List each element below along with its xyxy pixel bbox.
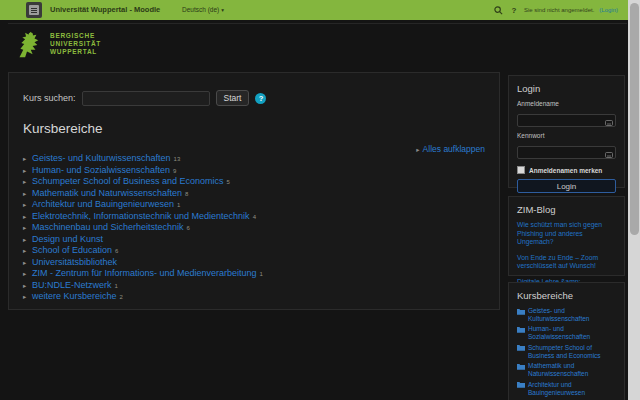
category-count: 5 (227, 179, 230, 185)
category-link[interactable]: Schumpeter School of Business and Econom… (32, 176, 224, 186)
autofill-keyboard-icon (605, 112, 613, 130)
toggle-arrow-icon[interactable]: ▸ (23, 293, 32, 301)
page-scrollbar[interactable] (628, 0, 640, 400)
login-button[interactable]: Login (517, 179, 616, 193)
category-link[interactable]: Geistes- und Kulturwissenschaften (32, 153, 171, 163)
scrollbar-thumb[interactable] (630, 3, 639, 235)
category-count: 1 (115, 283, 118, 289)
university-name: BERGISCHE UNIVERSITÄT WUPPERTAL (50, 32, 101, 56)
search-help-icon[interactable]: ? (255, 93, 266, 104)
toggle-arrow-icon[interactable]: ▸ (23, 270, 32, 278)
folder-icon (517, 308, 525, 315)
hamburger-menu-button[interactable] (26, 2, 42, 18)
category-count: 1 (260, 271, 263, 277)
sidebar-category-link[interactable]: Geistes- und Kulturwissenschaften (528, 307, 616, 323)
category-link[interactable]: Architektur und Bauingenieurwesen (32, 199, 174, 209)
sidebar-category-item[interactable]: Human- und Sozialwissenschaften (517, 325, 616, 341)
category-link[interactable]: Maschinenbau und Sicherheitstechnik (32, 222, 184, 232)
sidebar-category-item[interactable]: Mathematik und Naturwissenschaften (517, 362, 616, 378)
category-link[interactable]: weitere Kursbereiche (32, 291, 117, 301)
category-row: ▸Human- und Sozialwissenschaften9 (23, 165, 485, 177)
category-link[interactable]: Design und Kunst (32, 234, 103, 244)
toggle-arrow-icon[interactable]: ▸ (23, 155, 32, 163)
university-branding[interactable]: BERGISCHE UNIVERSITÄT WUPPERTAL (12, 28, 101, 60)
category-row: ▸School of Education6 (23, 245, 485, 257)
category-row: ▸Architektur und Bauingenieurwesen1 (23, 199, 485, 211)
toggle-arrow-icon[interactable]: ▸ (23, 224, 32, 232)
expand-all-row: ▸Alles aufklappen (23, 138, 485, 149)
main-content-panel: Kurs suchen: Start ? Kursbereiche ▸Alles… (8, 72, 500, 310)
category-link[interactable]: School of Education (32, 245, 112, 255)
category-count: 13 (174, 156, 181, 162)
sidebar-category-item[interactable]: Geistes- und Kulturwissenschaften (517, 307, 616, 323)
category-link[interactable]: BU:NDLE-Netzwerk (32, 280, 112, 290)
blog-block-title: ZIM-Blog (517, 204, 616, 215)
toggle-arrow-icon[interactable]: ▸ (23, 282, 32, 290)
course-search-input[interactable] (82, 91, 210, 106)
remember-label: Anmeldenamen merken (529, 167, 602, 174)
login-status-text: Sie sind nicht angemeldet. (524, 7, 594, 13)
sidebar-categories-block: Kursbereiche Geistes- und Kulturwissensc… (508, 282, 625, 400)
help-icon[interactable]: ? (509, 5, 519, 15)
folder-icon (517, 381, 525, 388)
blog-post-link[interactable]: Von Ende zu Ende – Zoom verschlüsselt au… (517, 254, 616, 271)
category-list: ▸Geistes- und Kulturwissenschaften13 ▸Hu… (23, 153, 485, 303)
header-divider (8, 23, 627, 24)
category-count: 6 (115, 248, 118, 254)
remember-me-row: Anmeldenamen merken (517, 166, 616, 174)
sidebar-category-link[interactable]: Human- und Sozialwissenschaften (528, 325, 616, 341)
category-link[interactable]: Elektrotechnik, Informationstechnik und … (32, 211, 250, 221)
site-title[interactable]: Universität Wuppertal - Moodle (50, 0, 160, 20)
login-block: Login Anmeldename Kennwort Anmeldenamen … (508, 75, 625, 188)
remember-checkbox[interactable] (517, 166, 525, 174)
category-count: 2 (120, 294, 123, 300)
sidebar-category-link[interactable]: Schumpeter School of Business and Econom… (528, 344, 616, 360)
username-label: Anmeldename (517, 100, 616, 107)
category-link[interactable]: Human- und Sozialwissenschaften (32, 165, 170, 175)
search-start-button[interactable]: Start (216, 90, 250, 106)
toggle-arrow-icon[interactable]: ▸ (23, 201, 32, 209)
course-search-label: Kurs suchen: (23, 93, 76, 103)
blog-post-link[interactable]: Wie schützt man sich gegen Phishing und … (517, 221, 616, 247)
category-row: ▸Geistes- und Kulturwissenschaften13 (23, 153, 485, 165)
folder-icon (517, 326, 525, 333)
toggle-arrow-icon[interactable]: ▸ (23, 167, 32, 175)
toggle-arrow-icon[interactable]: ▸ (23, 259, 32, 267)
category-link[interactable]: Mathematik und Naturwissenschaften (32, 188, 182, 198)
sidebar-category-item[interactable]: Schumpeter School of Business and Econom… (517, 344, 616, 360)
category-row: ▸Universitätsbibliothek (23, 257, 485, 269)
sidebar-category-link[interactable]: Architektur und Bauingenieurwesen (528, 381, 616, 397)
expand-all-link[interactable]: Alles aufklappen (423, 144, 485, 154)
category-count: 8 (185, 191, 188, 197)
sidebar-category-item[interactable]: Architektur und Bauingenieurwesen (517, 381, 616, 397)
hamburger-icon (29, 5, 39, 15)
password-input[interactable] (517, 146, 616, 159)
category-link[interactable]: ZIM - Zentrum für Informations- und Medi… (32, 268, 257, 278)
sidebar-categories-title: Kursbereiche (517, 290, 616, 301)
sidebar-category-link[interactable]: Mathematik und Naturwissenschaften (528, 362, 616, 378)
login-link[interactable]: (Login) (599, 7, 618, 13)
folder-icon (517, 344, 525, 351)
zim-blog-block: ZIM-Blog Wie schützt man sich gegen Phis… (508, 196, 625, 276)
toggle-arrow-icon[interactable]: ▸ (23, 247, 32, 255)
category-row: ▸ZIM - Zentrum für Informations- und Med… (23, 268, 485, 280)
username-input[interactable] (517, 114, 616, 127)
toggle-arrow-icon[interactable]: ▸ (23, 236, 32, 244)
language-dropdown[interactable]: Deutsch (de)▾ (182, 0, 224, 20)
toggle-arrow-icon[interactable]: ▸ (23, 213, 32, 221)
page-title: Kursbereiche (23, 121, 485, 136)
toggle-arrow-icon[interactable]: ▸ (23, 178, 32, 186)
toggle-arrow-icon[interactable]: ▸ (23, 190, 32, 198)
course-search-row: Kurs suchen: Start ? (23, 89, 485, 107)
category-row: ▸weitere Kursbereiche2 (23, 291, 485, 303)
category-row: ▸BU:NDLE-Netzwerk1 (23, 280, 485, 292)
search-icon[interactable] (494, 5, 504, 15)
category-row: ▸Maschinenbau und Sicherheitstechnik6 (23, 222, 485, 234)
category-row: ▸Elektrotechnik, Informationstechnik und… (23, 211, 485, 223)
expand-arrow-icon: ▸ (416, 146, 419, 153)
top-navbar: Universität Wuppertal - Moodle Deutsch (… (0, 0, 628, 20)
category-link[interactable]: Universitätsbibliothek (32, 257, 117, 267)
university-lion-logo (12, 28, 42, 60)
autofill-keyboard-icon (605, 144, 613, 162)
category-row: ▸Schumpeter School of Business and Econo… (23, 176, 485, 188)
